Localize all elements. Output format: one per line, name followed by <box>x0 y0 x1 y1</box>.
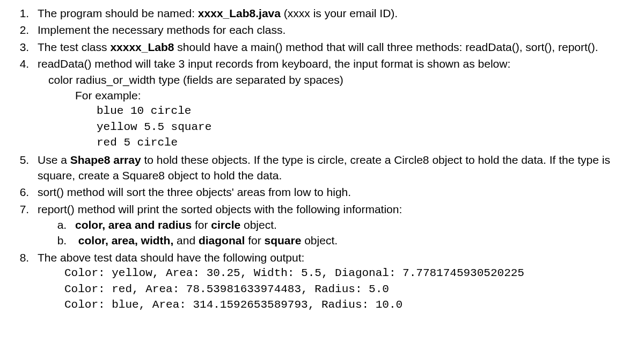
filename-bold: xxxx_Lab8.java <box>198 7 281 19</box>
list-item-1: The program should be named: xxxx_Lab8.j… <box>32 5 633 21</box>
bold-text: color, area and radius <box>75 219 192 231</box>
sub-item-a: color, area and radius for circle object… <box>70 217 633 233</box>
output-line: Color: red, Area: 78.53981633974483, Rad… <box>38 281 633 297</box>
text: object. <box>240 219 277 231</box>
input-format: color radius_or_width type (fields are s… <box>38 72 633 88</box>
text: report() method will print the sorted ob… <box>38 203 402 215</box>
example-label: For example: <box>38 88 633 103</box>
list-item-8: The above test data should have the foll… <box>32 250 633 313</box>
example-line: blue 10 circle <box>38 103 633 119</box>
classname-bold: xxxxx_Lab8 <box>110 41 174 53</box>
sub-item-b: color, area, width, and diagonal for squ… <box>70 233 633 248</box>
array-bold: Shape8 array <box>70 154 141 166</box>
list-item-4: readData() method will take 3 input reco… <box>32 56 633 150</box>
text: and <box>173 234 199 246</box>
instruction-list: The program should be named: xxxx_Lab8.j… <box>11 5 633 313</box>
text: Implement the necessary methods for each… <box>38 24 286 36</box>
text: readData() method will take 3 input reco… <box>38 57 510 70</box>
text: object. <box>301 234 338 246</box>
list-item-5: Use a Shape8 array to hold these objects… <box>32 152 633 184</box>
text: The above test data should have the foll… <box>38 251 304 264</box>
text: sort() method will sort the three object… <box>38 186 351 198</box>
text: (xxxx is your email ID). <box>281 7 398 19</box>
list-item-2: Implement the necessary methods for each… <box>32 22 633 38</box>
example-line: red 5 circle <box>38 135 633 150</box>
text: should have a main() method that will ca… <box>174 41 598 53</box>
bold-text: color, area, width, <box>78 234 173 246</box>
sub-list: color, area and radius for circle object… <box>38 217 633 249</box>
output-line: Color: blue, Area: 314.1592653589793, Ra… <box>38 297 633 313</box>
text: The test class <box>38 41 110 53</box>
text: Use a <box>38 154 70 166</box>
list-item-3: The test class xxxxx_Lab8 should have a … <box>32 39 633 55</box>
list-item-6: sort() method will sort the three object… <box>32 184 633 200</box>
example-line: yellow 5.5 square <box>38 119 633 135</box>
bold-text: square <box>264 234 301 246</box>
output-line: Color: yellow, Area: 30.25, Width: 5.5, … <box>38 265 633 281</box>
text: The program should be named: <box>38 7 198 19</box>
text: for <box>192 219 211 231</box>
text: for <box>245 234 264 246</box>
bold-text: circle <box>211 219 240 231</box>
list-item-7: report() method will print the sorted ob… <box>32 201 633 249</box>
bold-text: diagonal <box>199 234 245 246</box>
